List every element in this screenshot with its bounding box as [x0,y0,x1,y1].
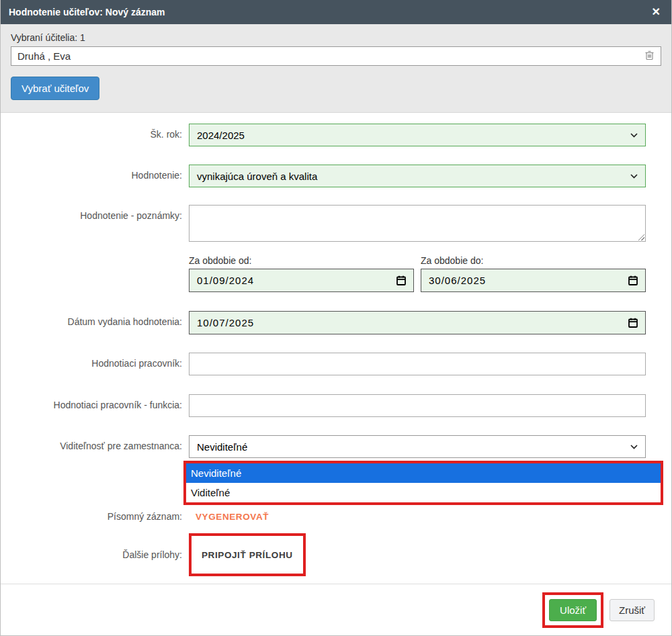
chevron-down-icon [630,445,638,449]
evaluator-input[interactable] [189,353,646,375]
rating-label: Hodnotenie: [1,165,189,181]
attach-file-link[interactable]: PRIPOJIŤ PRÍLOHU [202,550,293,560]
selected-teacher-name: Druhá , Eva [17,50,71,62]
notes-textarea[interactable] [189,205,646,242]
visibility-label: Viditeľnosť pre zamestnanca: [1,435,189,451]
school-year-label: Šk. rok: [1,124,189,140]
written-record-label: Písomný záznam: [1,511,189,522]
issue-date-label: Dátum vydania hodnotenia: [1,311,189,327]
remove-teacher-button[interactable] [644,50,655,62]
chevron-down-icon [630,174,638,179]
period-from-date-input[interactable]: 01/09/2024 [189,269,414,292]
calendar-icon[interactable] [396,275,406,285]
red-annotation-box-dropdown: Neviditeľné Viditeľné [183,461,663,505]
period-to-label: Za obdobie do: [421,255,646,266]
generate-record-link[interactable]: VYGENEROVAŤ [189,512,269,522]
teacher-evaluation-dialog: Hodnotenie učiteľov: Nový záznam ✕ Vybra… [0,0,672,636]
dropdown-option-viditelne[interactable]: Viditeľné [186,483,661,502]
teacher-selection-section: Vybraní účitelia: 1 Druhá , Eva Vybrať u… [1,24,671,113]
issue-date-input[interactable]: 10/07/2025 [189,311,646,334]
evaluator-role-input[interactable] [189,394,646,417]
trash-icon [644,50,655,62]
visibility-select[interactable]: Neviditeľné [189,435,646,458]
evaluator-role-label: Hodnotiaci pracovník - funkcia: [1,394,189,410]
dialog-footer: Uložiť Zrušiť [1,584,671,635]
evaluator-label: Hodnotiaci pracovník: [1,353,189,369]
cancel-button[interactable]: Zrušiť [610,599,655,621]
calendar-icon[interactable] [628,318,638,328]
red-annotation-box-save: Uložiť [542,592,603,628]
red-annotation-box-attach: PRIPOJIŤ PRÍLOHU [189,533,306,576]
notes-label: Hodnotenie - poznámky: [1,205,189,221]
close-icon[interactable]: ✕ [652,7,661,17]
dropdown-option-neviditelne[interactable]: Neviditeľné [186,463,661,483]
chevron-down-icon [630,133,638,138]
period-to-date-input[interactable]: 30/06/2025 [421,269,646,292]
selected-teacher-row: Druhá , Eva [11,46,661,66]
period-from-label: Za obdobie od: [189,255,414,266]
rating-select[interactable]: vynikajúca úroveň a kvalita [189,165,646,187]
school-year-select[interactable]: 2024/2025 [189,124,646,146]
dialog-titlebar: Hodnotenie učiteľov: Nový záznam ✕ [1,0,671,24]
form-body: Šk. rok: 2024/2025 Hodnotenie: vynikajúc… [1,113,671,584]
attachments-label: Ďalšie prílohy: [1,549,189,560]
selected-teachers-label: Vybraní účitelia: 1 [11,32,661,43]
select-teachers-button[interactable]: Vybrať učiteľov [11,77,99,100]
dialog-title: Hodnotenie učiteľov: Nový záznam [9,7,165,17]
save-button[interactable]: Uložiť [549,599,597,621]
calendar-icon[interactable] [628,275,638,285]
